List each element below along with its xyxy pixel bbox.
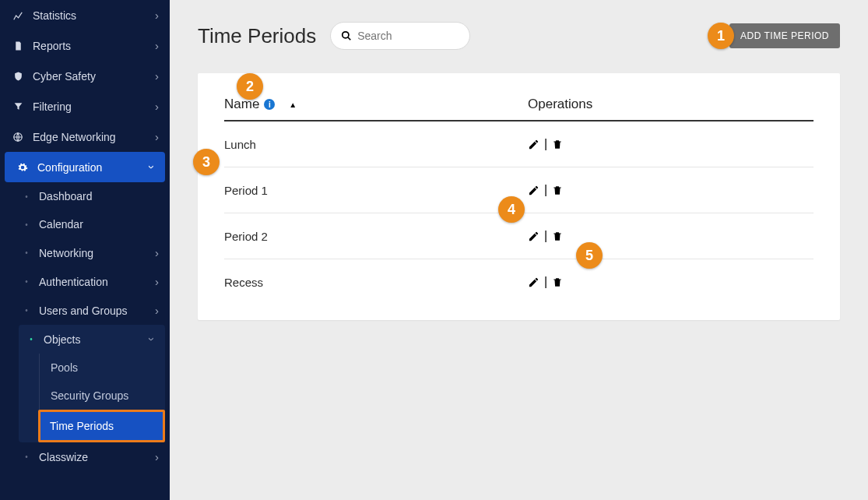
svg-line-2: [348, 37, 351, 40]
callout-badge-2: 2: [237, 73, 263, 100]
sidebar-item-label: Calendar: [39, 218, 159, 231]
bullet-icon: •: [26, 335, 36, 343]
chevron-right-icon: ›: [155, 304, 159, 317]
sidebar-item-label: Cyber Safety: [33, 70, 155, 83]
document-icon: [11, 40, 25, 51]
sidebar-item-label: Configuration: [37, 161, 150, 174]
chevron-right-icon: ›: [155, 246, 159, 259]
trash-icon[interactable]: [552, 276, 563, 288]
table-row: Lunch |: [224, 121, 814, 167]
callout-badge-5: 5: [576, 242, 603, 269]
chevron-right-icon: ›: [155, 275, 159, 288]
sidebar-item-calendar[interactable]: • Calendar: [14, 210, 170, 238]
sidebar-item-users-groups[interactable]: • Users and Groups ›: [14, 296, 170, 325]
shield-icon: [11, 71, 25, 82]
sidebar-item-label: Time Periods: [50, 420, 114, 432]
sidebar: Statistics › Reports › Cyber Safety › Fi…: [0, 0, 170, 500]
sidebar-item-label: Classwize: [39, 451, 155, 463]
page-header: Time Periods ADD TIME PERIOD: [170, 0, 868, 58]
sidebar-item-dashboard[interactable]: • Dashboard: [14, 182, 170, 210]
chevron-right-icon: ›: [155, 130, 159, 143]
sidebar-item-statistics[interactable]: Statistics ›: [0, 0, 170, 30]
trash-icon[interactable]: [552, 231, 563, 242]
sidebar-item-edge-networking[interactable]: Edge Networking ›: [0, 121, 170, 152]
sidebar-item-security-groups[interactable]: Security Groups: [40, 382, 165, 410]
objects-group: • Objects › Pools Security Groups Time P…: [19, 325, 165, 442]
gear-icon: [16, 162, 30, 173]
bullet-icon: •: [22, 220, 31, 229]
sidebar-item-label: Reports: [33, 40, 155, 52]
sidebar-item-filtering[interactable]: Filtering ›: [0, 91, 170, 121]
globe-icon: [11, 132, 25, 143]
chart-icon: [11, 10, 25, 21]
table-header: Name i ▲ Operations: [224, 97, 814, 121]
chevron-down-icon: ›: [146, 337, 159, 341]
sidebar-item-label: Statistics: [33, 9, 155, 22]
sidebar-item-reports[interactable]: Reports ›: [0, 30, 170, 61]
sidebar-item-label: Users and Groups: [39, 305, 155, 317]
bullet-icon: •: [22, 248, 31, 257]
bullet-icon: •: [22, 277, 31, 286]
edit-icon[interactable]: [528, 139, 539, 150]
sidebar-item-label: Objects: [44, 333, 150, 346]
column-operations-header: Operations: [528, 97, 592, 111]
page-title: Time Periods: [198, 24, 316, 48]
separator: |: [544, 229, 547, 243]
trash-icon[interactable]: [552, 139, 563, 150]
sidebar-item-label: Security Groups: [51, 389, 128, 402]
row-name: Period 2: [224, 230, 528, 243]
row-name: Period 1: [224, 184, 528, 197]
svg-point-1: [343, 32, 349, 38]
bullet-icon: •: [22, 192, 31, 201]
sidebar-item-label: Dashboard: [39, 190, 159, 202]
chevron-down-icon: ›: [146, 165, 159, 169]
sidebar-item-label: Authentication: [39, 276, 155, 288]
sidebar-item-label: Filtering: [33, 100, 155, 113]
callout-badge-1: 1: [708, 23, 734, 49]
sidebar-item-objects[interactable]: • Objects ›: [19, 325, 165, 354]
edit-icon[interactable]: [528, 276, 539, 288]
table-row: Recess |: [224, 259, 814, 305]
sort-asc-icon[interactable]: ▲: [289, 100, 297, 109]
sidebar-item-label: Edge Networking: [33, 131, 155, 143]
sidebar-item-pools[interactable]: Pools: [40, 354, 165, 382]
callout-badge-3: 3: [193, 149, 220, 175]
sidebar-item-networking[interactable]: • Networking ›: [14, 238, 170, 267]
separator: |: [544, 183, 547, 197]
sidebar-item-time-periods[interactable]: Time Periods: [38, 410, 165, 442]
chevron-right-icon: ›: [155, 450, 159, 463]
chevron-right-icon: ›: [155, 39, 159, 52]
info-icon[interactable]: i: [264, 99, 275, 110]
chevron-right-icon: ›: [155, 100, 159, 113]
search-wrap: [330, 22, 470, 50]
bullet-icon: •: [22, 306, 31, 315]
time-periods-card: Name i ▲ Operations Lunch | Period 1: [198, 73, 840, 320]
sidebar-item-cyber-safety[interactable]: Cyber Safety ›: [0, 61, 170, 91]
separator: |: [544, 137, 547, 151]
sidebar-item-label: Networking: [39, 247, 155, 259]
sidebar-item-classwize[interactable]: • Classwize ›: [14, 442, 170, 471]
add-time-period-button[interactable]: ADD TIME PERIOD: [729, 23, 840, 48]
search-icon: [341, 30, 352, 41]
trash-icon[interactable]: [552, 185, 563, 196]
callout-badge-4: 4: [498, 196, 525, 223]
filter-icon: [11, 101, 25, 111]
row-name: Recess: [224, 276, 528, 289]
objects-submenu: Pools Security Groups Time Periods: [39, 354, 165, 442]
separator: |: [544, 275, 547, 289]
chevron-right-icon: ›: [155, 69, 159, 83]
edit-icon[interactable]: [528, 185, 539, 196]
bullet-icon: •: [22, 452, 31, 461]
sidebar-item-label: Pools: [51, 361, 78, 374]
chevron-right-icon: ›: [155, 9, 159, 22]
row-name: Lunch: [224, 138, 528, 151]
sidebar-item-configuration[interactable]: Configuration ›: [5, 152, 165, 182]
configuration-submenu: • Dashboard • Calendar • Networking › • …: [0, 182, 170, 471]
edit-icon[interactable]: [528, 231, 539, 242]
main-content: Time Periods ADD TIME PERIOD Name i ▲ Op…: [170, 0, 868, 500]
sidebar-item-authentication[interactable]: • Authentication ›: [14, 267, 170, 296]
